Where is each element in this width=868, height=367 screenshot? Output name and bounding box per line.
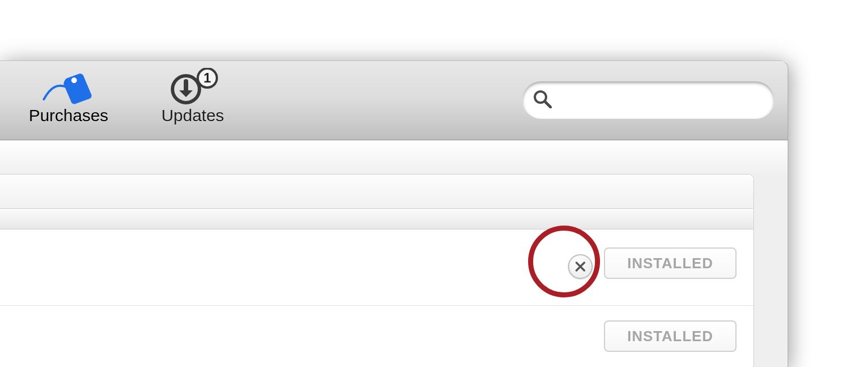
updates-download-icon: 1 bbox=[145, 66, 240, 105]
list-item: INSTALLED bbox=[0, 230, 753, 306]
toolbar-tab-purchases-label: Purchases bbox=[18, 107, 119, 124]
list-item: INSTALLED bbox=[0, 306, 753, 367]
purchases-list: INSTALLED INSTALLED bbox=[0, 174, 754, 367]
purchases-tag-icon bbox=[18, 66, 119, 105]
installed-status-label: INSTALLED bbox=[628, 255, 714, 272]
close-x-icon bbox=[575, 261, 586, 272]
toolbar-tab-updates-label: Updates bbox=[145, 107, 240, 124]
toolbar-tab-updates[interactable]: 1 Updates bbox=[145, 66, 240, 124]
toolbar: Purchases 1 Updates bbox=[0, 61, 788, 140]
app-window: Purchases 1 Updates bbox=[0, 61, 788, 367]
list-header-separator bbox=[0, 209, 753, 230]
installed-status-button: INSTALLED bbox=[604, 320, 737, 352]
updates-badge-count: 1 bbox=[203, 70, 211, 85]
list-header bbox=[0, 175, 753, 209]
hide-purchase-button[interactable] bbox=[568, 254, 593, 279]
search-icon bbox=[533, 89, 552, 111]
toolbar-tab-purchases[interactable]: Purchases bbox=[18, 66, 119, 124]
search-input[interactable] bbox=[557, 91, 764, 109]
svg-line-4 bbox=[545, 102, 551, 107]
installed-status-button: INSTALLED bbox=[604, 247, 737, 279]
window-subheader bbox=[0, 140, 788, 175]
installed-status-label: INSTALLED bbox=[628, 328, 714, 345]
content-area: INSTALLED INSTALLED bbox=[0, 174, 788, 367]
search-field[interactable] bbox=[522, 81, 774, 118]
updates-badge-icon: 1 bbox=[198, 68, 217, 88]
